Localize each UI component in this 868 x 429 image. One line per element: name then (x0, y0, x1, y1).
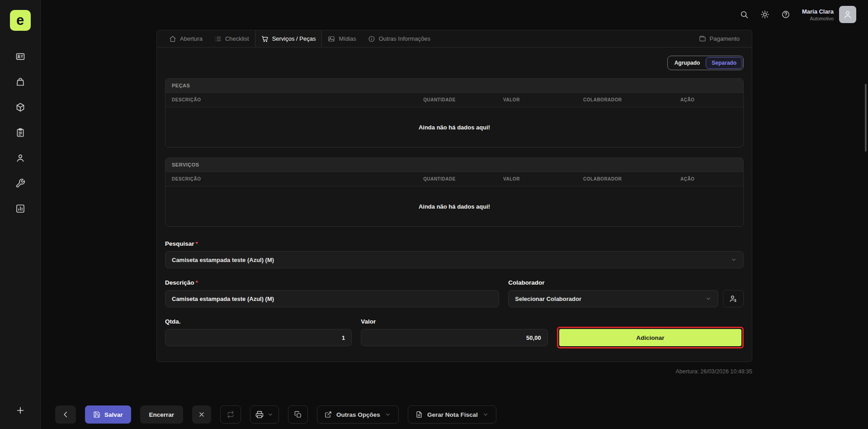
tab-pagamento[interactable]: Pagamento (693, 30, 746, 47)
descricao-input[interactable] (165, 290, 499, 307)
pecas-section: PEÇAS DESCRIÇÃO QUANTIDADE VALOR COLABOR… (165, 78, 744, 148)
theme-toggle-button[interactable] (760, 10, 769, 19)
copy-icon (294, 411, 302, 418)
topbar: Maria Clara Automotivo (41, 0, 868, 29)
gerar-nota-fiscal-label: Gerar Nota Fiscal (427, 411, 478, 418)
printer-icon (255, 410, 264, 419)
tab-label: Pagamento (710, 35, 740, 42)
column-colaborador: COLABORADOR (583, 176, 680, 181)
search-button[interactable] (740, 10, 749, 19)
select-collaborator-button[interactable] (723, 290, 744, 307)
adicionar-button[interactable]: Adicionar (559, 329, 741, 346)
toggle-agrupado[interactable]: Agrupado (669, 57, 706, 69)
person-dollar-icon (729, 294, 738, 303)
copy-button[interactable] (288, 405, 308, 424)
app-logo[interactable]: e (10, 10, 31, 31)
back-button[interactable] (55, 405, 76, 424)
print-button[interactable] (250, 405, 279, 424)
sidebar-nav (14, 51, 26, 214)
shopping-bag-icon (15, 77, 25, 87)
user-role: Automotivo (802, 16, 834, 21)
tab-outras-informacoes[interactable]: Outras Informações (362, 30, 436, 47)
pecas-empty-state: Ainda não há dados aqui! (165, 107, 743, 147)
pesquisar-label: Pesquisar* (165, 240, 744, 247)
person-icon (15, 153, 25, 163)
avatar-person-icon (843, 10, 853, 19)
colaborador-select[interactable]: Selecionar Colaborador (508, 290, 718, 307)
tab-label: Abertura (180, 35, 203, 42)
descricao-label: Descrição* (165, 279, 499, 286)
servicos-table-header: DESCRIÇÃO QUANTIDADE VALOR COLABORADOR A… (165, 172, 743, 186)
add-item-form: Pesquisar* Camiseta estampada teste (Azu… (165, 240, 744, 346)
avatar[interactable] (839, 6, 856, 23)
salvar-label: Salvar (104, 411, 123, 418)
column-quantidade: QUANTIDADE (423, 97, 503, 102)
toggle-separado[interactable]: Separado (706, 57, 742, 69)
pesquisar-select[interactable]: Camiseta estampada teste (Azul) (M) (165, 251, 744, 268)
tab-abertura[interactable]: Abertura (163, 30, 208, 47)
main-area: Maria Clara Automotivo Abertura Checklis… (41, 0, 868, 429)
encerrar-label: Encerrar (149, 411, 175, 418)
external-link-icon (325, 411, 332, 418)
home-icon (169, 35, 176, 43)
file-icon (415, 411, 423, 418)
close-button[interactable] (192, 405, 211, 424)
chevron-down-icon (705, 296, 712, 302)
tab-label: Outras Informações (379, 35, 430, 42)
abertura-timestamp: Abertura: 26/03/2026 10:48:35 (156, 368, 752, 375)
list-icon (214, 35, 222, 43)
sidebar-item-reports[interactable] (14, 203, 26, 214)
sidebar-item-services[interactable] (14, 177, 26, 189)
sidebar-item-sales[interactable] (14, 76, 26, 88)
outras-opcoes-button[interactable]: Outras Opções (317, 405, 399, 424)
encerrar-button[interactable]: Encerrar (140, 405, 184, 424)
column-valor: VALOR (503, 176, 583, 181)
clipboard-icon (15, 128, 25, 138)
sidebar-item-products[interactable] (14, 101, 26, 113)
sidebar: e (0, 0, 41, 429)
gerar-nota-fiscal-button[interactable]: Gerar Nota Fiscal (408, 405, 496, 424)
pecas-table-header: DESCRIÇÃO QUANTIDADE VALOR COLABORADOR A… (165, 93, 743, 107)
valor-input[interactable] (361, 329, 547, 346)
column-acao: AÇÃO (680, 176, 743, 181)
tab-bar: Abertura Checklist Serviços / Peças Mídi… (157, 30, 752, 48)
chevron-down-icon (385, 411, 391, 418)
column-acao: AÇÃO (680, 97, 743, 102)
tab-servicos-pecas[interactable]: Serviços / Peças (255, 30, 322, 47)
salvar-button[interactable]: Salvar (85, 405, 131, 424)
sidebar-item-customers[interactable] (14, 152, 26, 164)
qtda-label: Qtda. (165, 318, 352, 325)
highlight-box: Adicionar (557, 327, 744, 348)
close-icon (198, 411, 205, 418)
search-icon (740, 10, 749, 19)
sidebar-item-dashboard[interactable] (14, 51, 26, 62)
wrench-icon (15, 178, 25, 188)
tab-midias[interactable]: Mídias (322, 30, 362, 47)
bottom-toolbar: Salvar Encerrar Outras Opções (41, 405, 868, 429)
valor-label: Valor (361, 318, 547, 325)
colaborador-placeholder: Selecionar Colaborador (515, 296, 581, 302)
chevron-down-icon (267, 411, 274, 418)
column-descricao: DESCRIÇÃO (172, 176, 423, 181)
plus-icon (15, 405, 25, 415)
scrollbar[interactable] (865, 84, 867, 152)
help-button[interactable] (781, 10, 790, 19)
sun-icon (760, 10, 769, 19)
app-root: e Maria Clara Automotivo (0, 0, 868, 429)
tab-checklist[interactable]: Checklist (208, 30, 255, 47)
sidebar-add-button[interactable] (14, 405, 26, 416)
pesquisar-value: Camiseta estampada teste (Azul) (M) (172, 257, 274, 263)
user-menu[interactable]: Maria Clara Automotivo (802, 6, 856, 23)
chevron-down-icon (731, 257, 737, 263)
column-colaborador: COLABORADOR (583, 97, 680, 102)
save-icon (93, 411, 100, 418)
column-valor: VALOR (503, 97, 583, 102)
chart-icon (15, 204, 25, 214)
servicos-section-title: SERVIÇOS (165, 158, 743, 172)
repeat-button[interactable] (220, 405, 241, 424)
qtda-input[interactable] (165, 329, 352, 346)
sidebar-item-orders[interactable] (14, 127, 26, 138)
servicos-empty-state: Ainda não há dados aqui! (165, 186, 743, 226)
outras-opcoes-label: Outras Opções (336, 411, 380, 418)
tab-label: Checklist (225, 35, 249, 42)
